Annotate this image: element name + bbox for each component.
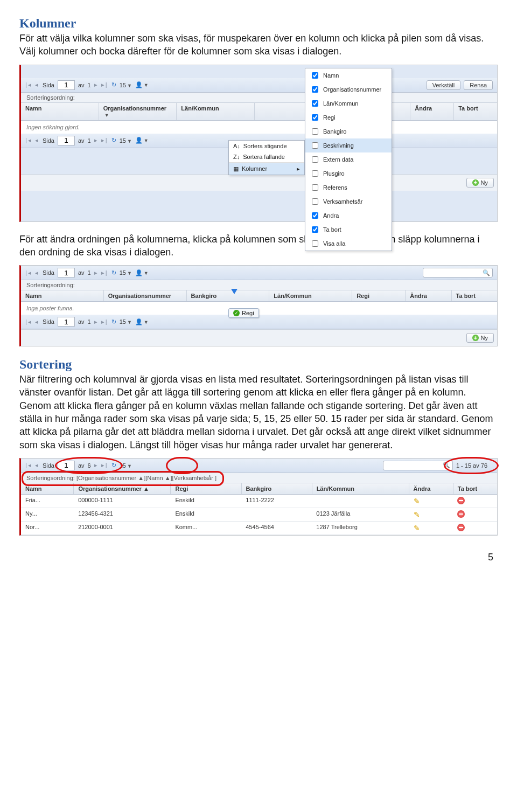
col-regi[interactable]: Regi [171,483,241,494]
menu-kolumner[interactable]: ▦Kolumner▸ [229,163,304,175]
refresh-icon[interactable]: ↻ [111,462,116,469]
column-context-menu[interactable]: A↓Sortera stigande Z↓Sortera fallande ▦K… [228,140,305,175]
user-filter-icon[interactable]: 👤▼ [135,318,149,325]
column-option-checkbox[interactable] [312,170,318,177]
search-icon: 🔍 [443,462,450,469]
pager-first-icon[interactable]: |◂ ◂ [25,81,39,88]
screenshot-drag-columns: |◂ ◂ Sida av 1 ▸ ▸| ↻ 15▼ 👤▼ 🔍 Sortering… [19,265,498,346]
column-option[interactable]: Län/Kommun [305,96,392,110]
col-namn[interactable]: Namn [21,290,104,301]
col-menu-chevron-icon[interactable]: ▼ [104,113,109,118]
rensa-button[interactable]: Rensa [464,80,493,90]
col-tabort[interactable]: Ta bort [452,290,497,301]
column-option-checkbox[interactable] [312,72,318,79]
search-input[interactable]: 🔍 [383,461,453,470]
column-picker-menu[interactable]: NamnOrganisationsnummerLän/KommunRegiBan… [305,68,392,251]
pager-next-icon[interactable]: ▸ ▸| [94,81,108,88]
column-option-checkbox[interactable] [312,156,318,163]
column-option[interactable]: Extern data [305,152,392,166]
column-option[interactable]: Bankgiro [305,124,392,138]
col-tabort[interactable]: Ta bort [454,103,497,120]
edit-icon[interactable]: ✎ [414,510,420,519]
user-filter-icon[interactable]: 👤▼ [135,137,149,144]
col-tabort[interactable]: Ta bort [453,483,497,494]
col-lan[interactable]: Län/Kommun [269,290,352,301]
page-number-input[interactable] [58,80,75,90]
col-bankgiro[interactable]: Bankgiro [242,483,312,494]
menu-sort-desc[interactable]: Z↓Sortera fallande [229,151,304,162]
refresh-icon[interactable]: ↻ [111,137,116,144]
page-size-select[interactable]: 15▼ [120,82,132,88]
col-bankgiro[interactable]: Bankgiro [187,290,270,301]
verkstall-button[interactable]: Verkställ [427,80,461,90]
sort-order-label: Sorteringsordning: [21,280,497,290]
col-andra[interactable]: Ändra [406,290,451,301]
page-number-input[interactable] [58,268,75,277]
ny-button[interactable]: +Ny [466,333,494,343]
edit-icon[interactable]: ✎ [414,497,420,505]
refresh-icon[interactable]: ↻ [111,81,116,88]
column-option-checkbox[interactable] [312,142,318,149]
col-andra[interactable]: Ändra [410,103,454,120]
column-option-checkbox[interactable] [312,128,318,135]
delete-icon[interactable] [457,497,465,504]
ny-button[interactable]: +Ny [466,178,494,188]
pager-first-icon[interactable]: |◂ ◂ [25,269,39,276]
user-filter-icon[interactable]: 👤▼ [135,269,149,276]
pager-next-icon[interactable]: ▸ ▸| [94,269,108,276]
column-option-checkbox[interactable] [312,198,318,205]
pager-next-icon[interactable]: ▸ ▸| [94,137,108,144]
col-regi[interactable]: Regi [352,290,406,301]
column-option[interactable]: Beskrivning [305,138,392,152]
col-org[interactable]: Organisationsnummer ▲ [74,483,171,494]
column-option-checkbox[interactable] [312,100,318,107]
column-option-checkbox[interactable] [312,86,318,93]
pager-next-icon[interactable]: ▸ ▸| [94,462,108,469]
column-option-label: Regi [323,114,336,121]
delete-icon[interactable] [457,524,465,531]
column-option-checkbox[interactable] [312,226,318,233]
page-size-select[interactable]: 15▼ [120,137,132,144]
pager-next-icon[interactable]: ▸ ▸| [94,318,108,325]
column-option[interactable]: Visa alla [305,237,392,251]
col-namn[interactable]: Namn [21,103,99,120]
delete-icon[interactable] [457,510,465,518]
page-size-select[interactable]: 15▼ [120,269,132,276]
refresh-icon[interactable]: ↻ [111,318,116,325]
pager-label-av: av [78,269,85,276]
column-option-checkbox[interactable] [312,114,318,121]
pager-first-icon[interactable]: |◂ ◂ [25,137,39,144]
search-input[interactable]: 🔍 [423,268,493,277]
column-option[interactable]: Ta bort [305,223,392,237]
edit-icon[interactable]: ✎ [414,524,420,532]
pager-label-sida: Sida [43,269,54,276]
col-org[interactable]: Organisationsnummer [104,290,187,301]
user-filter-icon[interactable]: 👤▼ [135,81,149,88]
page-number-input[interactable] [58,461,75,470]
column-drag-proxy[interactable]: ✓ Regi [228,308,259,318]
column-option[interactable]: Regi [305,110,392,124]
page-number-input[interactable] [58,136,75,145]
column-option[interactable]: Plusgiro [305,166,392,181]
pager-first-icon[interactable]: |◂ ◂ [25,462,39,469]
column-option[interactable]: Verksamhetsår [305,195,392,209]
col-lan[interactable]: Län/Kommun [312,483,409,494]
column-option[interactable]: Ändra [305,209,392,223]
column-option[interactable]: Namn [305,68,392,82]
column-option-checkbox[interactable] [312,212,318,219]
column-option[interactable]: Organisationsnummer [305,82,392,96]
col-org[interactable]: Organisationsnummer ▼ [99,103,177,120]
column-option-checkbox[interactable] [312,184,318,191]
column-option-label: Län/Kommun [323,100,358,107]
col-lan[interactable]: Län/Kommun [177,103,255,120]
column-option[interactable]: Referens [305,181,392,195]
col-namn[interactable]: Namn [21,483,74,494]
column-option-checkbox[interactable] [312,240,318,247]
pager-first-icon[interactable]: |◂ ◂ [25,318,39,325]
page-size-select[interactable]: 15▼ [120,318,132,325]
page-number-input[interactable] [58,317,75,327]
refresh-icon[interactable]: ↻ [111,269,116,276]
page-size-select[interactable]: 15▼ [120,462,132,469]
col-andra[interactable]: Ändra [409,483,453,494]
menu-sort-asc[interactable]: A↓Sortera stigande [229,141,304,151]
